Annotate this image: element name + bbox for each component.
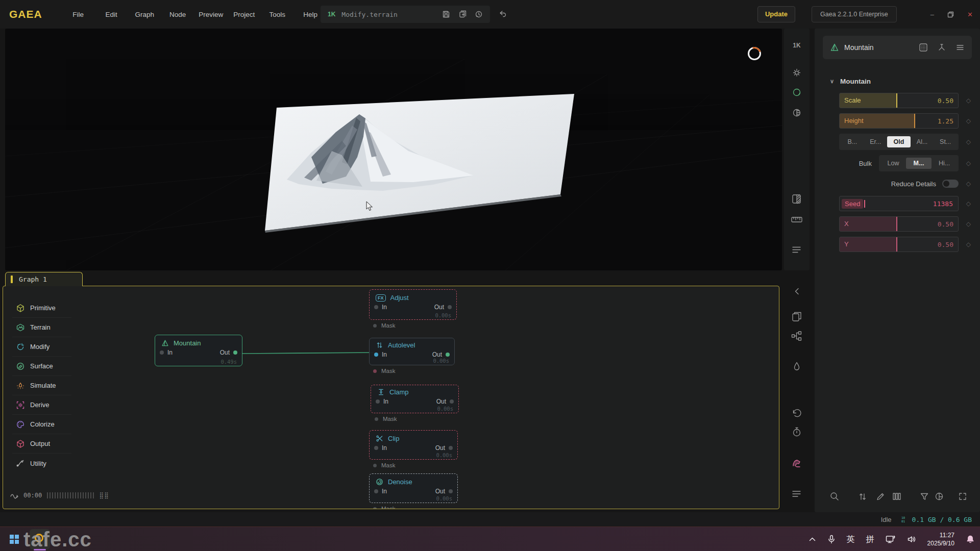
seed-input[interactable]: Seed 11385 [839, 196, 959, 211]
seed-bind-diamond[interactable]: ◇ [959, 200, 971, 207]
node-adjust[interactable]: FX Adjust In Out 0.00s [369, 289, 457, 320]
maximize-button[interactable] [947, 11, 954, 18]
height-slider[interactable]: Height 1.25 [839, 113, 959, 129]
category-primitive[interactable]: Primitive [12, 298, 71, 318]
version-label[interactable]: Gaea 2.2.1.0 Enterprise [812, 6, 897, 22]
speaker-icon[interactable] [907, 535, 916, 544]
search-icon[interactable] [829, 491, 840, 502]
category-modify[interactable]: Modify [12, 337, 71, 357]
display-pen-icon[interactable] [886, 535, 896, 544]
node-mountain[interactable]: Mountain In Out 0.49s [155, 335, 242, 366]
layers-icon[interactable] [784, 194, 810, 204]
viewport-3d[interactable] [5, 29, 782, 270]
keypad-icon[interactable] [919, 43, 928, 52]
menu-file[interactable]: File [62, 11, 95, 18]
category-derive[interactable]: Derive [12, 395, 71, 415]
y-slider[interactable]: Y 0.50 [839, 237, 959, 252]
port-in[interactable]: In [374, 304, 387, 311]
node-network-icon[interactable] [784, 331, 810, 341]
autolevel-toolbar-icon[interactable] [857, 491, 868, 502]
category-terrain[interactable]: Terrain [12, 318, 71, 337]
save-icon[interactable] [442, 10, 450, 18]
columns-icon[interactable] [892, 491, 902, 502]
update-button[interactable]: Update [757, 6, 795, 22]
x-slider[interactable]: X 0.50 [839, 216, 959, 232]
style-option-bumps[interactable]: B... [841, 136, 864, 147]
stopwatch-icon[interactable] [784, 427, 810, 437]
port-in[interactable]: In [374, 444, 387, 452]
timeline-grid-icon[interactable]: ⣿⣿ [99, 492, 109, 499]
style-option-alpine[interactable]: Al... [911, 136, 934, 147]
bulk-option-medium[interactable]: M... [906, 158, 932, 169]
port-out[interactable]: Out [434, 304, 452, 311]
ime-mode[interactable]: 拼 [866, 534, 874, 545]
reduce-details-toggle[interactable] [942, 180, 959, 188]
shading-sphere-icon[interactable] [784, 88, 810, 97]
close-button[interactable]: ✕ [967, 11, 973, 18]
pages-icon[interactable] [784, 311, 810, 321]
microphone-icon[interactable] [827, 535, 836, 544]
reset-view-icon[interactable] [784, 408, 810, 418]
tray-chevron-up-icon[interactable] [808, 536, 816, 542]
style-option-old[interactable]: Old [887, 136, 911, 147]
sun-icon[interactable] [784, 68, 810, 77]
reduce-details-bind-diamond[interactable]: ◇ [959, 180, 971, 187]
panel-menu-icon[interactable] [955, 43, 965, 52]
pen-icon[interactable] [875, 491, 886, 502]
category-utility[interactable]: Utility [12, 454, 71, 473]
bulk-bind-diamond[interactable]: ◇ [959, 160, 971, 167]
category-output[interactable]: Output [12, 434, 71, 454]
height-bind-diamond[interactable]: ◇ [959, 117, 971, 124]
node-autolevel[interactable]: Autolevel In Out 0.00s [369, 338, 455, 365]
mask-port-clamp[interactable]: Mask [375, 416, 397, 422]
menu-graph[interactable]: Graph [128, 11, 161, 18]
section-header-mountain[interactable]: ∨ Mountain [830, 78, 871, 85]
minimize-button[interactable]: – [930, 11, 934, 18]
category-colorize[interactable]: Colorize [12, 415, 71, 434]
port-out[interactable]: Out [435, 444, 453, 452]
mask-port-denoise[interactable]: Mask [373, 506, 395, 509]
port-out[interactable]: Out [436, 398, 454, 405]
ruler-icon[interactable] [784, 214, 810, 224]
port-in[interactable]: In [160, 349, 173, 356]
start-button[interactable] [4, 530, 24, 549]
expand-icon[interactable] [958, 491, 968, 502]
strength-icon[interactable] [784, 458, 810, 468]
style-bind-diamond[interactable]: ◇ [959, 138, 971, 145]
graph-menu-icon[interactable] [784, 489, 810, 498]
history-icon[interactable] [475, 10, 483, 18]
style-option-eroded[interactable]: Er... [864, 136, 888, 147]
port-in[interactable]: In [374, 488, 387, 495]
contrast-icon[interactable] [784, 108, 810, 117]
menu-tools[interactable]: Tools [261, 11, 294, 18]
timeline-ticks[interactable] [47, 492, 94, 498]
graph-tab[interactable]: Graph 1 [5, 272, 83, 286]
collapse-panel-icon[interactable] [784, 287, 810, 296]
branch-icon[interactable] [937, 43, 946, 52]
graph-timeline[interactable]: 00:00 ⣿⣿ [10, 492, 109, 499]
y-bind-diamond[interactable]: ◇ [959, 241, 971, 248]
node-denoise[interactable]: Denoise In Out 0.00s [369, 473, 458, 503]
contrast-half-icon[interactable] [934, 491, 944, 502]
bulk-option-low[interactable]: Low [880, 158, 906, 169]
bulk-option-high[interactable]: Hi... [932, 158, 957, 169]
node-clip[interactable]: Clip In Out 0.00s [369, 430, 458, 460]
node-graph-panel[interactable]: Primitive Terrain Modify Surface Simulat… [3, 286, 779, 509]
menu-preview[interactable]: Preview [194, 11, 228, 18]
mask-port-adjust[interactable]: Mask [373, 322, 395, 329]
viewport-resolution-badge[interactable]: 1K [784, 42, 810, 49]
mask-port-autolevel[interactable]: Mask [373, 368, 395, 374]
menu-node[interactable]: Node [161, 11, 194, 18]
category-surface[interactable]: Surface [12, 357, 71, 376]
port-in[interactable]: In [376, 398, 388, 405]
ime-language[interactable]: 英 [847, 534, 855, 545]
port-out[interactable]: Out [432, 351, 450, 358]
save-build-icon[interactable] [458, 10, 467, 18]
view-options-icon[interactable] [784, 245, 810, 254]
notification-bell-icon[interactable] [966, 535, 975, 544]
droplet-icon[interactable] [784, 361, 810, 371]
port-out[interactable]: Out [220, 349, 237, 356]
node-clamp[interactable]: Clamp In Out 0.00s [371, 385, 459, 413]
style-option-strata[interactable]: St... [934, 136, 957, 147]
mask-port-clip[interactable]: Mask [373, 462, 395, 468]
